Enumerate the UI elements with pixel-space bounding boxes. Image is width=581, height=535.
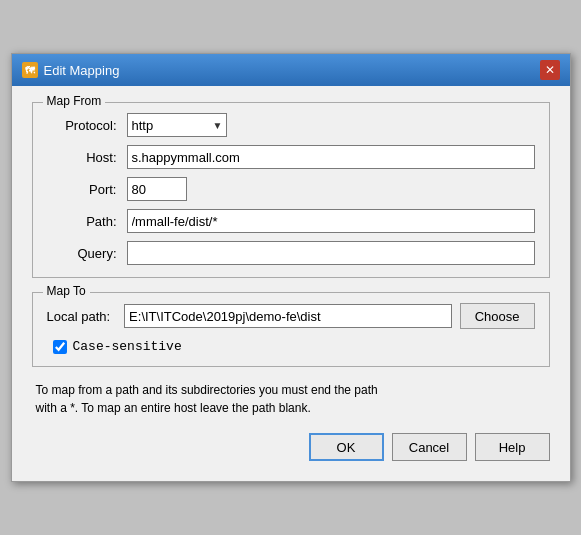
info-text: To map from a path and its subdirectorie… [32,381,550,417]
button-row: OK Cancel Help [32,433,550,465]
map-to-section: Map To Local path: Choose Case-sensitive [32,292,550,367]
query-row: Query: [47,241,535,265]
local-path-row: Local path: Choose [47,303,535,329]
case-sensitive-checkbox[interactable] [53,340,67,354]
title-bar-left: 🗺 Edit Mapping [22,62,120,78]
protocol-row: Protocol: http https ftp ▼ [47,113,535,137]
host-input[interactable] [127,145,535,169]
case-sensitive-row: Case-sensitive [47,339,535,354]
choose-button[interactable]: Choose [460,303,535,329]
path-input[interactable] [127,209,535,233]
port-row: Port: [47,177,535,201]
dialog-title: Edit Mapping [44,63,120,78]
path-row: Path: [47,209,535,233]
cancel-button[interactable]: Cancel [392,433,467,461]
local-path-label: Local path: [47,309,111,324]
ok-button[interactable]: OK [309,433,384,461]
path-label: Path: [47,214,117,229]
protocol-label: Protocol: [47,118,117,133]
protocol-select-wrapper: http https ftp ▼ [127,113,227,137]
case-sensitive-label[interactable]: Case-sensitive [73,339,182,354]
query-input[interactable] [127,241,535,265]
edit-mapping-dialog: 🗺 Edit Mapping ✕ Map From Protocol: http… [11,53,571,482]
close-button[interactable]: ✕ [540,60,560,80]
dialog-icon: 🗺 [22,62,38,78]
port-input[interactable] [127,177,187,201]
protocol-select[interactable]: http https ftp [127,113,227,137]
map-to-legend: Map To [43,284,90,298]
help-button[interactable]: Help [475,433,550,461]
host-row: Host: [47,145,535,169]
dialog-body: Map From Protocol: http https ftp ▼ Host… [12,86,570,481]
query-label: Query: [47,246,117,261]
title-bar: 🗺 Edit Mapping ✕ [12,54,570,86]
map-from-legend: Map From [43,94,106,108]
port-label: Port: [47,182,117,197]
map-from-section: Map From Protocol: http https ftp ▼ Host… [32,102,550,278]
host-label: Host: [47,150,117,165]
local-path-input[interactable] [124,304,452,328]
